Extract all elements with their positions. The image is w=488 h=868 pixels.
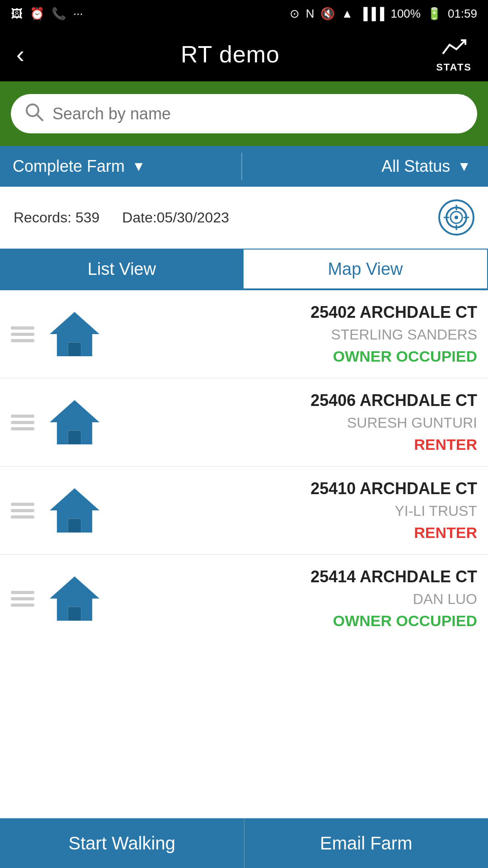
stats-chart-icon bbox=[441, 36, 468, 61]
search-box bbox=[11, 94, 477, 133]
svg-line-1 bbox=[37, 114, 42, 120]
page-title: RT demo bbox=[181, 41, 280, 68]
start-walking-label: Start Walking bbox=[69, 833, 175, 854]
email-farm-label: Email Farm bbox=[320, 833, 412, 854]
map-view-button[interactable]: Map View bbox=[244, 249, 488, 289]
mute-icon: 🔇 bbox=[320, 7, 335, 21]
dots-icon: ··· bbox=[73, 7, 83, 21]
view-toggle: List View Map View bbox=[0, 249, 488, 290]
map-view-label: Map View bbox=[328, 259, 403, 279]
date-display: Date:05/30/2023 bbox=[122, 209, 229, 226]
item-status: OWNER OCCUPIED bbox=[117, 612, 477, 630]
signal-icon: ▐▐▐ bbox=[359, 7, 384, 21]
back-button[interactable]: ‹ bbox=[16, 40, 24, 68]
battery-text: 100% bbox=[390, 7, 421, 21]
house-icon bbox=[45, 486, 104, 535]
info-bar: Records: 539 Date:05/30/2023 bbox=[0, 187, 488, 249]
nfc-icon: N bbox=[306, 7, 314, 21]
svg-rect-10 bbox=[68, 342, 81, 356]
drag-handle bbox=[11, 591, 34, 607]
email-farm-button[interactable]: Email Farm bbox=[244, 818, 488, 868]
drag-handle bbox=[11, 503, 34, 519]
farm-filter-label: Complete Farm bbox=[13, 157, 125, 176]
target-button[interactable] bbox=[438, 199, 474, 236]
photo-icon: 🖼 bbox=[11, 7, 23, 21]
farm-filter-arrow-icon: ▼ bbox=[132, 159, 145, 174]
item-status: RENTER bbox=[117, 524, 477, 542]
svg-rect-14 bbox=[68, 519, 81, 533]
wifi-icon: ▲ bbox=[341, 7, 353, 21]
location-icon: ⊙ bbox=[290, 7, 300, 21]
list-item[interactable]: 25402 ARCHDALE CT STERLING SANDERS OWNER… bbox=[0, 290, 488, 378]
stats-button[interactable]: STATS bbox=[436, 36, 472, 73]
svg-rect-16 bbox=[68, 607, 81, 621]
clock-icon: ⏰ bbox=[30, 7, 44, 21]
search-input[interactable] bbox=[52, 104, 464, 123]
item-details: 25402 ARCHDALE CT STERLING SANDERS OWNER… bbox=[117, 303, 477, 365]
item-details: 25410 ARCHDALE CT YI-LI TRUST RENTER bbox=[117, 479, 477, 542]
drag-handle bbox=[11, 326, 34, 342]
status-filter-label: All Status bbox=[381, 157, 450, 176]
status-filter-arrow-icon: ▼ bbox=[457, 159, 471, 174]
status-filter[interactable]: All Status ▼ bbox=[242, 157, 475, 176]
svg-point-4 bbox=[455, 216, 458, 219]
farm-filter[interactable]: Complete Farm ▼ bbox=[13, 157, 241, 176]
search-icon bbox=[24, 102, 43, 125]
status-bar-left: 🖼 ⏰ 📞 ··· bbox=[11, 7, 83, 21]
top-nav-bar: ‹ RT demo STATS bbox=[0, 27, 488, 81]
list-item[interactable]: 25406 ARCHDALE CT SURESH GUNTURI RENTER bbox=[0, 378, 488, 467]
info-text-group: Records: 539 Date:05/30/2023 bbox=[14, 209, 229, 226]
item-owner-name: STERLING SANDERS bbox=[117, 326, 477, 343]
bottom-action-bar: Start Walking Email Farm bbox=[0, 818, 488, 868]
item-status: OWNER OCCUPIED bbox=[117, 348, 477, 365]
list-view-button[interactable]: List View bbox=[0, 249, 244, 289]
item-owner-name: DAN LUO bbox=[117, 591, 477, 608]
svg-rect-12 bbox=[68, 430, 81, 444]
status-bar: 🖼 ⏰ 📞 ··· ⊙ N 🔇 ▲ ▐▐▐ 100% 🔋 01:59 bbox=[0, 0, 488, 27]
start-walking-button[interactable]: Start Walking bbox=[0, 818, 244, 868]
list-view-label: List View bbox=[88, 259, 156, 279]
house-icon bbox=[45, 309, 104, 359]
time-display: 01:59 bbox=[448, 7, 477, 21]
item-address: 25402 ARCHDALE CT bbox=[117, 303, 477, 322]
item-status: RENTER bbox=[117, 436, 477, 453]
item-details: 25414 ARCHDALE CT DAN LUO OWNER OCCUPIED bbox=[117, 567, 477, 630]
item-address: 25406 ARCHDALE CT bbox=[117, 391, 477, 410]
status-bar-right: ⊙ N 🔇 ▲ ▐▐▐ 100% 🔋 01:59 bbox=[290, 7, 477, 21]
item-owner-name: SURESH GUNTURI bbox=[117, 415, 477, 431]
house-icon bbox=[45, 397, 104, 447]
battery-icon: 🔋 bbox=[427, 7, 441, 21]
item-owner-name: YI-LI TRUST bbox=[117, 503, 477, 519]
list-item[interactable]: 25410 ARCHDALE CT YI-LI TRUST RENTER bbox=[0, 467, 488, 555]
drag-handle bbox=[11, 415, 34, 430]
search-area bbox=[0, 81, 488, 146]
records-count: Records: 539 bbox=[14, 209, 99, 226]
item-address: 25414 ARCHDALE CT bbox=[117, 567, 477, 586]
list-item[interactable]: 25414 ARCHDALE CT DAN LUO OWNER OCCUPIED bbox=[0, 555, 488, 642]
property-list: 25402 ARCHDALE CT STERLING SANDERS OWNER… bbox=[0, 290, 488, 642]
item-address: 25410 ARCHDALE CT bbox=[117, 479, 477, 498]
house-icon bbox=[45, 574, 104, 623]
phone-icon: 📞 bbox=[52, 7, 66, 21]
filter-bar: Complete Farm ▼ All Status ▼ bbox=[0, 146, 488, 187]
item-details: 25406 ARCHDALE CT SURESH GUNTURI RENTER bbox=[117, 391, 477, 453]
stats-label: STATS bbox=[436, 61, 472, 73]
